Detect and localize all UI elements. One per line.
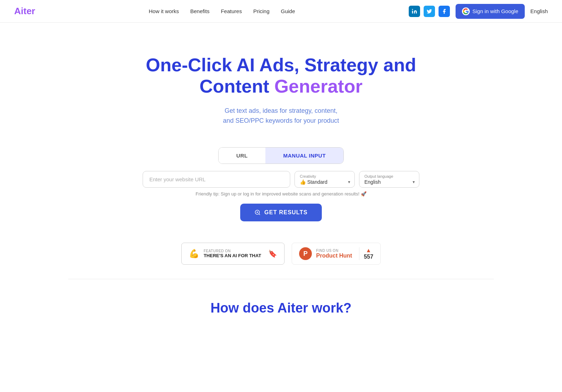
- tab-url[interactable]: URL: [219, 148, 265, 164]
- results-icon: [254, 209, 261, 216]
- logo[interactable]: Aiter: [14, 6, 35, 17]
- hero-section: One-Click AI Ads, Strategy and Content G…: [0, 23, 562, 147]
- language-selector[interactable]: English: [530, 8, 548, 14]
- theresai-badge[interactable]: 💪 FEATURED ON THERE'S AN AI FOR THAT 🔖: [181, 243, 285, 265]
- svg-point-0: [412, 9, 413, 10]
- sign-in-button[interactable]: Sign in with Google: [456, 4, 525, 19]
- hero-subtitle-line2: and SEO/PPC keywords for your product: [223, 117, 339, 124]
- producthunt-small-text: FIND US ON: [316, 249, 352, 253]
- tab-manual-input[interactable]: MANUAL INPUT: [265, 148, 343, 164]
- facebook-icon[interactable]: [439, 6, 450, 17]
- linkedin-icon[interactable]: [409, 6, 420, 17]
- sign-in-label: Sign in with Google: [473, 8, 518, 14]
- creativity-chevron-icon: ▾: [348, 180, 350, 184]
- controls-row: Creativity 👍 Standard 🔥 Creative 🎯 Preci…: [143, 171, 419, 188]
- nav-how-it-works[interactable]: How it works: [149, 8, 179, 14]
- output-language-chevron-icon: ▾: [413, 180, 415, 184]
- output-language-dropdown[interactable]: Output language English Spanish French G…: [359, 171, 419, 188]
- hero-title: One-Click AI Ads, Strategy and Content G…: [121, 55, 441, 97]
- how-section-title: How does Aiter work?: [7, 300, 555, 316]
- header: Aiter How it works Benefits Features Pri…: [0, 0, 562, 23]
- nav-features[interactable]: Features: [221, 8, 242, 14]
- producthunt-text: FIND US ON Product Hunt: [316, 249, 352, 259]
- theresai-bookmark-icon: 🔖: [268, 249, 277, 258]
- hero-subtitle-line1: Get text ads, ideas for strategy, conten…: [225, 107, 337, 114]
- output-language-label: Output language: [364, 174, 415, 178]
- twitter-icon[interactable]: [424, 6, 435, 17]
- header-right: Sign in with Google English: [409, 4, 548, 19]
- theresai-small-text: FEATURED ON: [204, 249, 261, 253]
- producthunt-badge[interactable]: P FIND US ON Product Hunt ▲ 557: [292, 243, 381, 265]
- theresai-text: FEATURED ON THERE'S AN AI FOR THAT: [204, 249, 261, 258]
- producthunt-count: 557: [364, 254, 373, 260]
- main-nav: How it works Benefits Features Pricing G…: [149, 8, 295, 14]
- theresai-main-text: THERE'S AN AI FOR THAT: [204, 253, 261, 258]
- get-results-button[interactable]: GET RESULTS: [240, 204, 322, 221]
- lang-label: English: [530, 8, 548, 14]
- hero-subtitle: Get text ads, ideas for strategy, conten…: [7, 106, 555, 126]
- producthunt-icon: P: [299, 247, 312, 260]
- nav-guide[interactable]: Guide: [281, 8, 295, 14]
- creativity-select[interactable]: 👍 Standard 🔥 Creative 🎯 Precise: [300, 179, 346, 185]
- theresai-icon: 💪: [189, 249, 199, 259]
- creativity-value-row: 👍 Standard 🔥 Creative 🎯 Precise ▾: [300, 179, 350, 185]
- output-language-select[interactable]: English Spanish French German Italian Po…: [364, 179, 411, 185]
- hero-title-accent: Generator: [274, 76, 363, 96]
- producthunt-count-section: ▲ 557: [359, 247, 373, 260]
- badges-section: 💪 FEATURED ON THERE'S AN AI FOR THAT 🔖 P…: [0, 221, 562, 279]
- creativity-label: Creativity: [300, 174, 350, 178]
- how-section: How does Aiter work?: [0, 279, 562, 337]
- url-input[interactable]: [143, 171, 290, 188]
- producthunt-main-text: Product Hunt: [316, 253, 352, 259]
- logo-text-aiter: Ai: [14, 6, 23, 16]
- producthunt-arrow-icon: ▲: [366, 247, 371, 254]
- social-icons: [409, 6, 450, 17]
- nav-pricing[interactable]: Pricing: [253, 8, 270, 14]
- input-tabs: URL MANUAL INPUT: [218, 147, 344, 164]
- google-icon: [462, 7, 470, 15]
- creativity-dropdown[interactable]: Creativity 👍 Standard 🔥 Creative 🎯 Preci…: [294, 171, 355, 188]
- get-results-label: GET RESULTS: [264, 209, 308, 216]
- output-language-value-row: English Spanish French German Italian Po…: [364, 179, 415, 185]
- logo-accent: ter: [23, 6, 35, 16]
- nav-benefits[interactable]: Benefits: [190, 8, 209, 14]
- friendly-tip: Friendly tip: Sign up or log in for impr…: [143, 191, 419, 197]
- input-section: URL MANUAL INPUT Creativity 👍 Standard 🔥…: [136, 147, 426, 221]
- svg-line-2: [259, 214, 260, 215]
